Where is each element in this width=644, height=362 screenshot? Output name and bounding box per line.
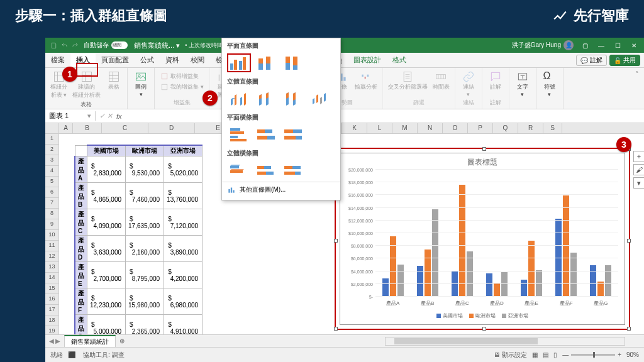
comments-button[interactable]: 💬 註解: [576, 55, 607, 66]
share-button[interactable]: 🔓 共用: [609, 55, 640, 66]
zoom-level[interactable]: 90%: [626, 351, 639, 358]
maximize-icon[interactable]: ☐: [613, 40, 623, 50]
horizontal-scrollbar[interactable]: [385, 337, 625, 346]
comment-button[interactable]: 註解: [486, 69, 505, 92]
svg-rect-38: [266, 57, 270, 63]
3d-stacked100-bar-option[interactable]: [281, 161, 305, 180]
dd-section-2d-column: 平面直條圖: [222, 38, 340, 52]
svg-rect-54: [284, 136, 296, 140]
sheet-tab-active[interactable]: 銷售業績統計: [64, 335, 116, 348]
tab-formulas[interactable]: 公式: [135, 53, 160, 67]
tab-chartdesign[interactable]: 圖表設計: [348, 53, 387, 67]
svg-rect-31: [230, 63, 233, 70]
status-bar: 就緒 ⬛ 協助工具: 調查 🖥 顯示設定 ▦ ▤ ▯ — + 90%: [45, 347, 644, 362]
tab-data[interactable]: 資料: [160, 53, 185, 67]
ribbon: 樞紐分析表 ▾ 建議的樞紐分析表 表格 表格 圖例▾ 取得增益集 我的增益集 ▾…: [45, 68, 644, 109]
stacked-column-option[interactable]: [254, 53, 278, 72]
tab-pagelayout[interactable]: 頁面配置: [96, 53, 135, 67]
formula-bar: 圖表 1▾ ✓ ✕fx: [45, 109, 644, 123]
column-chart-dropdown[interactable]: 平面直條圖 立體直條圖 平面橫條圖 立體橫條圖 其他直條圖(M)...: [221, 38, 341, 200]
sheet-nav-next-icon[interactable]: ▶: [55, 337, 60, 344]
view-pagelayout-icon[interactable]: ▤: [543, 351, 548, 358]
zoom-slider[interactable]: — +: [562, 351, 621, 358]
add-sheet-icon[interactable]: ⊕: [116, 337, 128, 344]
3d-clustered-column-option[interactable]: [227, 89, 251, 108]
chart-styles-icon[interactable]: 🖌: [633, 164, 644, 175]
3d-clustered-bar-option[interactable]: [227, 161, 251, 180]
svg-rect-42: [293, 57, 297, 65]
account-button[interactable]: 洪子盛Gary Hung 👤: [512, 40, 574, 50]
more-column-charts-option[interactable]: 其他直條圖(M)...: [222, 182, 340, 197]
timeline-button[interactable]: 時間表: [431, 69, 451, 92]
fx-icon[interactable]: fx: [116, 112, 122, 120]
svg-rect-48: [257, 129, 265, 133]
display-settings-button[interactable]: 🖥 顯示設定: [494, 351, 527, 359]
svg-point-5: [138, 75, 140, 77]
chart-side-tools: + 🖌 ▾: [633, 151, 644, 190]
view-pagebreak-icon[interactable]: ▯: [553, 351, 557, 358]
svg-rect-67: [233, 190, 234, 193]
ribbon-tabs: 檔案 插入 頁面配置 公式 資料 校閱 檢視 開發人員 說明 Power Piv…: [45, 53, 644, 68]
chart-elements-icon[interactable]: +: [633, 151, 644, 162]
clustered-column-option[interactable]: [227, 53, 251, 72]
svg-rect-32: [234, 60, 237, 70]
ribbon-mode-icon[interactable]: ▢: [580, 40, 590, 50]
3d-stacked100-column-option[interactable]: [281, 89, 305, 108]
svg-rect-6: [162, 74, 167, 79]
chart-object[interactable]: 圖表標題 $-$2,000,000$4,000,000$6,000,000$8,…: [335, 148, 630, 330]
stacked100-column-option[interactable]: [281, 53, 305, 72]
illustrations-button[interactable]: 圖例▾: [131, 69, 150, 99]
get-addins-button[interactable]: 取得增益集: [158, 72, 206, 81]
view-normal-icon[interactable]: ▦: [532, 351, 538, 358]
filename[interactable]: 銷售業績統... ▾: [134, 41, 180, 50]
redo-icon[interactable]: [72, 42, 79, 49]
svg-rect-3: [109, 72, 119, 82]
slicer-button[interactable]: 交叉分析篩選器: [387, 69, 429, 92]
quick-access-toolbar[interactable]: [45, 42, 79, 49]
tab-file[interactable]: 檔案: [45, 53, 70, 67]
group-tables-label: 表格: [49, 101, 123, 109]
my-addins-button[interactable]: 我的增益集 ▾: [158, 82, 206, 92]
link-button[interactable]: 連結▾: [459, 69, 478, 99]
svg-rect-33: [239, 61, 242, 70]
svg-rect-50: [257, 136, 267, 140]
svg-rect-24: [343, 77, 345, 81]
svg-rect-60: [257, 172, 266, 175]
svg-rect-4: [136, 73, 146, 80]
tab-format[interactable]: 格式: [387, 53, 412, 67]
svg-rect-62: [284, 166, 292, 169]
svg-rect-65: [228, 189, 230, 193]
symbols-button[interactable]: Ω符號▾: [540, 69, 559, 99]
tab-insert[interactable]: 插入: [70, 53, 96, 67]
svg-rect-64: [284, 172, 295, 175]
sparkline-winloss-button[interactable]: 輸贏分析: [353, 69, 379, 92]
undo-icon[interactable]: [61, 42, 68, 49]
accessibility-status[interactable]: 協助工具: 調查: [83, 351, 125, 359]
svg-rect-25: [362, 75, 364, 77]
data-table[interactable]: 美國市場歐洲市場亞洲市場產品A2,830,0009,530,0005,020,0…: [74, 145, 203, 341]
stacked-bar-option[interactable]: [254, 125, 278, 144]
titlebar: 自動儲存 關閉 銷售業績統... ▾ • 上次修改時間: 剛剛 ▾ 搜尋 (Al…: [45, 38, 644, 53]
svg-rect-2: [82, 72, 91, 82]
3d-stacked-bar-option[interactable]: [254, 161, 278, 180]
minimize-icon[interactable]: —: [596, 40, 606, 50]
close-icon[interactable]: ✕: [629, 40, 639, 50]
collapse-ribbon-icon[interactable]: ˄: [630, 68, 644, 109]
3d-column-option[interactable]: [308, 89, 332, 108]
3d-stacked-column-option[interactable]: [254, 89, 278, 108]
brand: 先行智庫: [552, 6, 629, 25]
text-button[interactable]: 文字▾: [513, 69, 532, 99]
stacked100-bar-option[interactable]: [281, 125, 305, 144]
svg-rect-43: [230, 128, 240, 131]
name-box[interactable]: 圖表 1▾: [45, 111, 96, 121]
autosave-toggle[interactable]: 自動儲存 關閉: [84, 41, 128, 50]
excel-window: 自動儲存 關閉 銷售業績統... ▾ • 上次修改時間: 剛剛 ▾ 搜尋 (Al…: [45, 38, 644, 362]
save-icon[interactable]: [50, 42, 57, 49]
dd-section-2d-bar: 平面橫條圖: [222, 110, 340, 123]
table-button[interactable]: 表格: [104, 69, 123, 92]
marker-1: 1: [62, 67, 77, 82]
tab-review[interactable]: 校閱: [185, 53, 210, 67]
sheet-nav-prev-icon[interactable]: ◀: [49, 337, 54, 344]
clustered-bar-option[interactable]: [227, 125, 251, 144]
chart-filter-icon[interactable]: ▾: [633, 177, 644, 189]
